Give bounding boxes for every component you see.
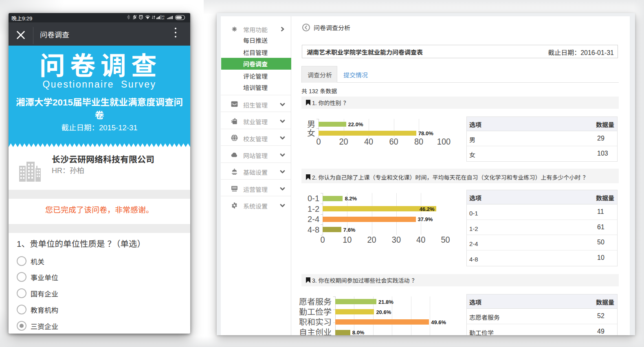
svg-text:1X: 1X <box>162 18 165 20</box>
